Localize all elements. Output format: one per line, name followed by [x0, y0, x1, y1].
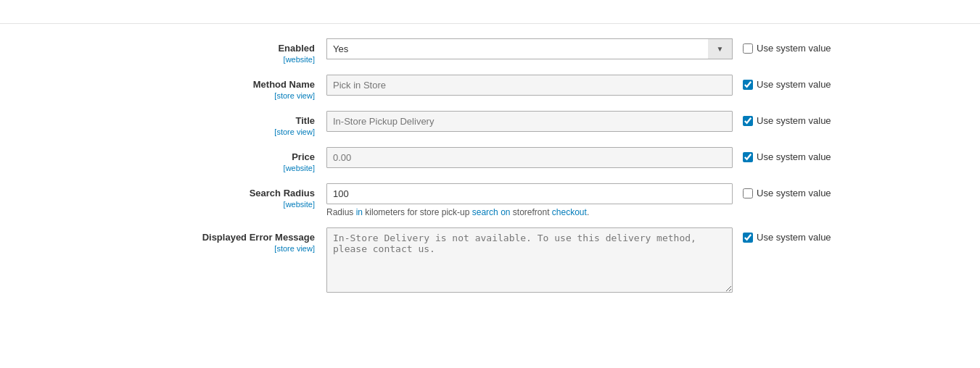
label-enabled: Enabled [15, 43, 315, 54]
label-col-displayed_error_message: Displayed Error Message[store view] [15, 227, 326, 254]
use-system-checkbox-search_radius[interactable] [743, 188, 753, 198]
input-method_name [326, 75, 733, 96]
control-col-title [326, 111, 733, 132]
scope-displayed_error_message: [store view] [274, 244, 315, 253]
textarea-displayed_error_message [326, 227, 733, 293]
use-system-text-method_name: Use system value [757, 79, 831, 90]
label-col-search_radius: Search Radius[website] [15, 183, 326, 209]
control-col-enabled: YesNo [326, 38, 733, 59]
select-arrow-enabled[interactable] [708, 38, 733, 59]
control-col-method_name [326, 75, 733, 96]
input-price [326, 147, 733, 168]
form-row-method_name: Method Name[store view]Use system value [15, 75, 965, 101]
scope-method_name: [store view] [274, 91, 315, 100]
use-system-label-price[interactable]: Use system value [743, 151, 831, 162]
use-system-text-price: Use system value [757, 151, 831, 162]
select-wrapper-enabled: YesNo [326, 38, 733, 59]
scope-enabled: [website] [284, 55, 315, 64]
use-col-price: Use system value [733, 147, 878, 162]
label-displayed_error_message: Displayed Error Message [15, 232, 315, 243]
use-system-label-displayed_error_message[interactable]: Use system value [743, 232, 831, 243]
control-col-displayed_error_message [326, 227, 733, 295]
use-col-search_radius: Use system value [733, 183, 878, 198]
select-enabled[interactable]: YesNo [326, 38, 708, 59]
scope-price: [website] [284, 164, 315, 172]
use-system-checkbox-displayed_error_message[interactable] [743, 233, 753, 243]
hint-search_radius: Radius in kilometers for store pick-up s… [326, 207, 733, 217]
label-price: Price [15, 151, 315, 162]
label-search_radius: Search Radius [15, 188, 315, 198]
label-method_name: Method Name [15, 79, 315, 90]
section-title [0, 0, 980, 24]
label-col-enabled: Enabled[website] [15, 38, 326, 64]
use-system-text-search_radius: Use system value [757, 188, 831, 198]
label-title: Title [15, 115, 315, 126]
form-row-search_radius: Search Radius[website]Radius in kilomete… [15, 183, 965, 217]
use-system-text-enabled: Use system value [757, 43, 831, 54]
input-search_radius[interactable] [326, 183, 733, 204]
scope-title: [store view] [274, 127, 315, 136]
form-row-displayed_error_message: Displayed Error Message[store view]Use s… [15, 227, 965, 295]
use-system-label-enabled[interactable]: Use system value [743, 43, 831, 54]
form-container: Enabled[website]YesNoUse system valueMet… [0, 24, 980, 327]
form-row-enabled: Enabled[website]YesNoUse system value [15, 38, 965, 64]
control-col-search_radius: Radius in kilometers for store pick-up s… [326, 183, 733, 217]
use-system-checkbox-method_name[interactable] [743, 80, 753, 90]
control-col-price [326, 147, 733, 168]
use-system-label-title[interactable]: Use system value [743, 115, 831, 126]
form-row-price: Price[website]Use system value [15, 147, 965, 173]
use-system-checkbox-title[interactable] [743, 116, 753, 126]
label-col-price: Price[website] [15, 147, 326, 173]
form-row-title: Title[store view]Use system value [15, 111, 965, 137]
section-container: Enabled[website]YesNoUse system valueMet… [0, 0, 980, 327]
label-col-method_name: Method Name[store view] [15, 75, 326, 101]
input-title [326, 111, 733, 132]
use-system-text-title: Use system value [757, 115, 831, 126]
use-col-title: Use system value [733, 111, 878, 126]
use-col-enabled: Use system value [733, 38, 878, 54]
use-system-label-method_name[interactable]: Use system value [743, 79, 831, 90]
label-col-title: Title[store view] [15, 111, 326, 137]
use-col-displayed_error_message: Use system value [733, 227, 878, 243]
scope-search_radius: [website] [284, 200, 315, 209]
use-system-checkbox-price[interactable] [743, 152, 753, 162]
use-col-method_name: Use system value [733, 75, 878, 90]
use-system-checkbox-enabled[interactable] [743, 43, 753, 54]
use-system-label-search_radius[interactable]: Use system value [743, 188, 831, 198]
use-system-text-displayed_error_message: Use system value [757, 232, 831, 243]
